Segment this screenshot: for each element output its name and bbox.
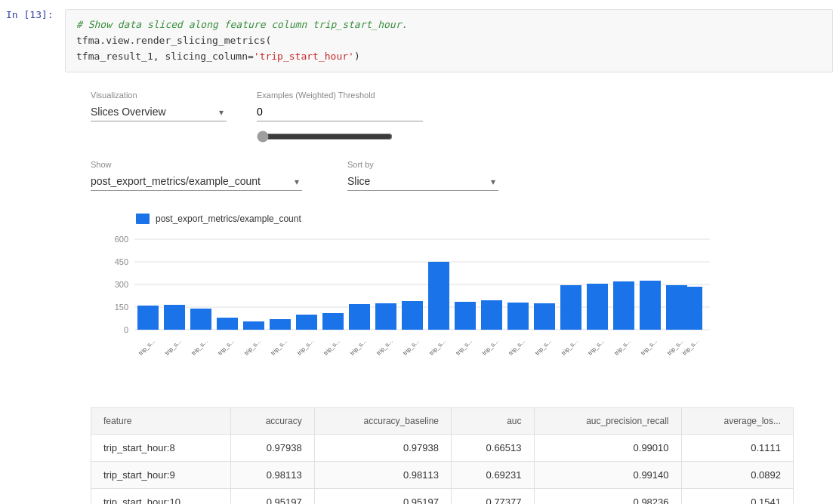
controls-row-1: Visualization Slices Overview Metrics Hi… bbox=[91, 91, 794, 145]
cell-feature: trip_start_hour:9 bbox=[91, 462, 231, 489]
show-select-wrapper: post_export_metrics/example_count accura… bbox=[91, 172, 302, 191]
svg-text:trip_s...: trip_s... bbox=[613, 338, 632, 357]
show-select[interactable]: post_export_metrics/example_count accura… bbox=[91, 172, 302, 191]
cell-label: In [13]: bbox=[6, 9, 59, 20]
cell-metric: 0.0892 bbox=[681, 462, 793, 489]
cell-feature: trip_start_hour:8 bbox=[91, 435, 231, 462]
svg-rect-44 bbox=[587, 284, 608, 330]
cell-metric: 0.97938 bbox=[314, 435, 451, 462]
svg-rect-40 bbox=[534, 303, 555, 330]
svg-text:trip_s...: trip_s... bbox=[666, 338, 685, 357]
chart-legend: post_export_metrics/example_count bbox=[136, 214, 794, 224]
cell-metric: 0.66513 bbox=[452, 435, 535, 462]
svg-text:trip_s...: trip_s... bbox=[137, 338, 156, 357]
sort-select-wrapper: Slice Value ▾ bbox=[347, 172, 498, 191]
svg-text:trip_s...: trip_s... bbox=[243, 338, 262, 357]
svg-text:450: 450 bbox=[115, 257, 128, 266]
cell-metric: 0.98113 bbox=[230, 462, 314, 489]
cell-metric: 0.99140 bbox=[534, 462, 681, 489]
svg-text:trip_s...: trip_s... bbox=[349, 338, 368, 357]
svg-text:trip_s...: trip_s... bbox=[190, 338, 209, 357]
col-average-loss: average_los... bbox=[681, 408, 793, 435]
legend-label: post_export_metrics/example_count bbox=[156, 214, 301, 224]
svg-rect-22 bbox=[296, 315, 317, 330]
cell-metric: 0.1541 bbox=[681, 489, 793, 504]
svg-text:trip_s...: trip_s... bbox=[481, 338, 500, 357]
table-body: trip_start_hour:80.979380.979380.665130.… bbox=[91, 435, 794, 504]
metrics-table: feature accuracy accuracy_baseline auc a… bbox=[91, 407, 794, 504]
sort-select[interactable]: Slice Value bbox=[347, 172, 498, 191]
svg-rect-36 bbox=[481, 300, 502, 330]
table-header-row: feature accuracy accuracy_baseline auc a… bbox=[91, 408, 794, 435]
svg-text:0: 0 bbox=[124, 325, 128, 334]
sort-label: Sort by bbox=[347, 160, 498, 169]
threshold-input[interactable] bbox=[257, 103, 423, 121]
svg-rect-48 bbox=[640, 281, 661, 330]
cell-metric: 0.99010 bbox=[534, 435, 681, 462]
svg-rect-14 bbox=[190, 309, 211, 330]
svg-text:trip_s...: trip_s... bbox=[322, 338, 341, 357]
bar-chart-svg: 600 450 300 150 0 trip_s... trip_s... bbox=[106, 232, 725, 383]
chart-container: post_export_metrics/example_count 600 45… bbox=[91, 214, 794, 385]
code-line-comment: # Show data sliced along feature column … bbox=[76, 17, 822, 33]
show-group: Show post_export_metrics/example_count a… bbox=[91, 160, 302, 191]
svg-text:trip_s...: trip_s... bbox=[164, 338, 183, 357]
svg-text:trip_s...: trip_s... bbox=[455, 338, 473, 357]
cell-feature: trip_start_hour:10 bbox=[91, 489, 231, 504]
visualization-select[interactable]: Slices Overview Metrics Histogram bbox=[91, 103, 227, 121]
svg-rect-38 bbox=[507, 303, 529, 330]
svg-rect-32 bbox=[428, 262, 449, 330]
svg-text:trip_s...: trip_s... bbox=[375, 338, 394, 357]
col-accuracy: accuracy bbox=[230, 408, 314, 435]
svg-text:150: 150 bbox=[115, 303, 128, 312]
visualization-select-wrapper: Slices Overview Metrics Histogram ▾ bbox=[91, 103, 227, 121]
svg-rect-28 bbox=[375, 303, 396, 330]
svg-text:trip_s...: trip_s... bbox=[507, 338, 526, 357]
code-string: 'trip_start_hour' bbox=[254, 51, 354, 62]
svg-text:trip_s...: trip_s... bbox=[681, 338, 700, 357]
table-row: trip_start_hour:100.951970.951970.773770… bbox=[91, 489, 794, 504]
threshold-group: Examples (Weighted) Threshold bbox=[257, 91, 423, 145]
table-header: feature accuracy accuracy_baseline auc a… bbox=[91, 408, 794, 435]
col-auc-precision-recall: auc_precision_recall bbox=[534, 408, 681, 435]
cell-metric: 0.69231 bbox=[452, 462, 535, 489]
svg-rect-30 bbox=[402, 301, 423, 330]
sort-group: Sort by Slice Value ▾ bbox=[347, 160, 498, 191]
svg-text:trip_s...: trip_s... bbox=[217, 338, 236, 357]
cell-metric: 0.97938 bbox=[230, 435, 314, 462]
threshold-label: Examples (Weighted) Threshold bbox=[257, 91, 423, 100]
code-comment: # Show data sliced along feature column … bbox=[76, 19, 407, 30]
svg-rect-12 bbox=[164, 305, 185, 330]
code-line-func: tfma.view.render_slicing_metrics( bbox=[76, 33, 822, 49]
threshold-slider[interactable] bbox=[257, 131, 393, 143]
svg-text:trip_s...: trip_s... bbox=[296, 338, 315, 357]
cell-metric: 0.77377 bbox=[452, 489, 535, 504]
legend-color-box bbox=[136, 214, 150, 224]
svg-text:trip_s...: trip_s... bbox=[270, 338, 288, 357]
table-wrapper: feature accuracy accuracy_baseline auc a… bbox=[83, 400, 801, 504]
svg-text:trip_s...: trip_s... bbox=[560, 338, 579, 357]
svg-rect-52 bbox=[681, 287, 702, 330]
svg-rect-34 bbox=[455, 302, 476, 330]
chart-svg: 600 450 300 150 0 trip_s... trip_s... bbox=[106, 232, 794, 385]
code-block: # Show data sliced along feature column … bbox=[65, 9, 833, 72]
svg-rect-42 bbox=[560, 285, 581, 330]
cell-metric: 0.95197 bbox=[314, 489, 451, 504]
col-accuracy-baseline: accuracy_baseline bbox=[314, 408, 451, 435]
visualization-group: Visualization Slices Overview Metrics Hi… bbox=[91, 91, 227, 121]
svg-rect-46 bbox=[613, 281, 634, 330]
svg-rect-16 bbox=[217, 318, 238, 330]
cell-metric: 0.1111 bbox=[681, 435, 793, 462]
svg-text:trip_s...: trip_s... bbox=[587, 338, 606, 357]
controls-row-2: Show post_export_metrics/example_count a… bbox=[91, 160, 794, 191]
code-close: ) bbox=[354, 51, 360, 62]
svg-rect-20 bbox=[270, 319, 291, 330]
cell-metric: 0.98236 bbox=[534, 489, 681, 504]
svg-text:trip_s...: trip_s... bbox=[402, 338, 421, 357]
widget-area: Visualization Slices Overview Metrics Hi… bbox=[0, 75, 839, 504]
notebook-cell: In [13]: # Show data sliced along featur… bbox=[0, 0, 839, 504]
svg-text:trip_s...: trip_s... bbox=[534, 338, 553, 357]
svg-text:300: 300 bbox=[115, 280, 128, 289]
col-feature: feature bbox=[91, 408, 231, 435]
code-args: tfma_result_1, slicing_column= bbox=[76, 51, 254, 62]
